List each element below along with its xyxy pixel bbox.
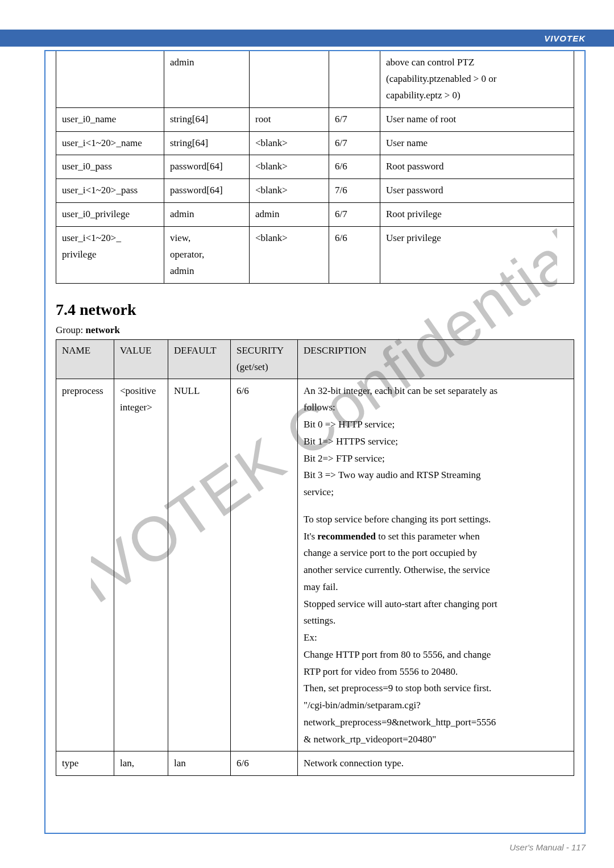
cell-description: User privilege	[380, 227, 574, 284]
cell-name: user_i<1~20>_pass	[56, 179, 164, 203]
cell-default: <blank>	[250, 131, 329, 155]
cell-description: Root privilege	[380, 203, 574, 227]
table-row: user_i0_name string[64] root 6/7 User na…	[56, 107, 574, 131]
desc-text: may fail.	[304, 579, 568, 596]
content-frame: admin above can control PTZ (capability.…	[44, 50, 586, 834]
desc-text: Then, set preprocess=9 to stop both serv…	[304, 680, 568, 697]
cell-value: password[64]	[164, 155, 250, 179]
desc-text: change a service port to the port occupi…	[304, 545, 568, 562]
desc-text: RTP port for video from 5556 to 20480.	[304, 663, 568, 680]
parameters-table-2: NAME VALUE DEFAULT SECURITY (get/set) DE…	[56, 339, 574, 776]
cell-default: <blank>	[250, 227, 329, 284]
value-text: integer>	[120, 399, 162, 416]
value-text: operator,	[170, 247, 243, 263]
cell-security: 6/7	[329, 203, 380, 227]
table-header-row: NAME VALUE DEFAULT SECURITY (get/set) DE…	[56, 339, 574, 379]
cell-security: 6/6	[231, 751, 298, 776]
th-description: DESCRIPTION	[298, 339, 574, 379]
cell-description: Root password	[380, 155, 574, 179]
group-prefix: Group:	[56, 325, 85, 335]
cell-default: admin	[250, 203, 329, 227]
cell-name: user_i<1~20>_ privilege	[56, 227, 164, 284]
th-name: NAME	[56, 339, 114, 379]
cell-value: string[64]	[164, 107, 250, 131]
cell-security: 6/7	[329, 131, 380, 155]
group-name: network	[85, 325, 119, 335]
cell-description: above can control PTZ (capability.ptzena…	[380, 51, 574, 107]
cell-name: user_i0_pass	[56, 155, 164, 179]
cell-description: User name	[380, 131, 574, 155]
table-row: user_i<1~20>_pass password[64] <blank> 7…	[56, 179, 574, 203]
desc-text: "/cgi-bin/admin/setparam.cgi?	[304, 697, 568, 714]
table-row: user_i<1~20>_name string[64] <blank> 6/7…	[56, 131, 574, 155]
section-heading: 7.4 network	[56, 301, 584, 319]
desc-text: another service currently. Otherwise, th…	[304, 562, 568, 579]
cell-default	[250, 51, 329, 107]
desc-text: It's recommended to set this parameter w…	[304, 528, 568, 545]
blank-line	[304, 501, 568, 511]
desc-span: It's	[304, 531, 317, 542]
desc-text: network_preprocess=9&network_http_port=5…	[304, 714, 568, 731]
desc-text: follows:	[304, 399, 568, 416]
th-security-main: SECURITY	[237, 343, 292, 359]
th-security: SECURITY (get/set)	[231, 339, 298, 379]
group-label: Group: network	[56, 325, 584, 336]
table-row: user_i0_privilege admin admin 6/7 Root p…	[56, 203, 574, 227]
cell-security: 6/6	[231, 379, 298, 751]
cell-value: string[64]	[164, 131, 250, 155]
desc-text: Bit 1=> HTTPS service;	[304, 433, 568, 450]
value-text: <positive	[120, 383, 162, 400]
table-row: admin above can control PTZ (capability.…	[56, 51, 574, 107]
cell-name: type	[56, 751, 114, 776]
cell-name: user_i<1~20>_name	[56, 131, 164, 155]
table-row: type lan, lan 6/6 Network connection typ…	[56, 751, 574, 776]
cell-name	[56, 51, 164, 107]
desc-text: Bit 0 => HTTP service;	[304, 416, 568, 433]
desc-text: Bit 2=> FTP service;	[304, 450, 568, 467]
desc-text: Stopped service will auto-start after ch…	[304, 596, 568, 613]
th-security-sub: (get/set)	[237, 359, 292, 376]
cell-default: <blank>	[250, 155, 329, 179]
cell-name: user_i0_name	[56, 107, 164, 131]
desc-text: Bit 3 => Two way audio and RTSP Streamin…	[304, 467, 568, 484]
cell-value: admin	[164, 203, 250, 227]
desc-text: service;	[304, 484, 568, 501]
cell-value: admin	[164, 51, 250, 107]
value-text: admin	[170, 263, 243, 280]
cell-default: lan	[168, 751, 231, 776]
cell-description: An 32-bit integer, each bit can be set s…	[298, 379, 574, 751]
cell-value: <positive integer>	[114, 379, 168, 751]
param-id: user_i<1~20>_	[62, 230, 158, 247]
desc-text: An 32-bit integer, each bit can be set s…	[304, 383, 568, 400]
cell-name: user_i0_privilege	[56, 203, 164, 227]
desc-text: Ex:	[304, 629, 568, 646]
cell-security: 6/7	[329, 107, 380, 131]
cell-value: password[64]	[164, 179, 250, 203]
cell-default: <blank>	[250, 179, 329, 203]
param-id: privilege	[62, 247, 158, 263]
cell-default: NULL	[168, 379, 231, 751]
value-text: view,	[170, 230, 243, 247]
cell-description: User password	[380, 179, 574, 203]
cell-security: 6/6	[329, 227, 380, 284]
cell-security: 7/6	[329, 179, 380, 203]
desc-text: above can control PTZ	[386, 55, 568, 71]
th-value: VALUE	[114, 339, 168, 379]
cell-description: User name of root	[380, 107, 574, 131]
cell-name: preprocess	[56, 379, 114, 751]
desc-text: (capability.ptzenabled > 0 or	[386, 71, 568, 88]
cell-value: view, operator, admin	[164, 227, 250, 284]
table-row: preprocess <positive integer> NULL 6/6 A…	[56, 379, 574, 751]
page-footer: User's Manual - 117	[509, 842, 586, 852]
cell-default: root	[250, 107, 329, 131]
cell-value: lan,	[114, 751, 168, 776]
desc-text: capability.eptz > 0)	[386, 88, 568, 104]
table-row: user_i0_pass password[64] <blank> 6/6 Ro…	[56, 155, 574, 179]
desc-bold: recommended	[317, 531, 376, 542]
cell-security	[329, 51, 380, 107]
cell-description: Network connection type.	[298, 751, 574, 776]
desc-text: To stop service before changing its port…	[304, 511, 568, 528]
desc-text: settings.	[304, 612, 568, 629]
desc-text: Change HTTP port from 80 to 5556, and ch…	[304, 646, 568, 663]
top-header-bar: VIVOTEK	[0, 30, 614, 47]
